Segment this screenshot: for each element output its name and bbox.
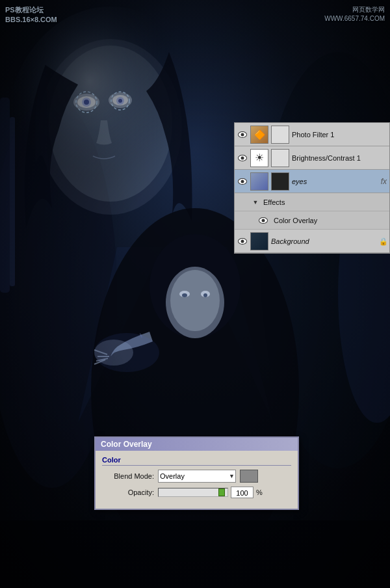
opacity-value[interactable]: 100	[231, 487, 254, 498]
sub-layer-color-overlay-label: Color Overlay	[274, 217, 317, 224]
layer-row-background[interactable]: Background 🔒	[235, 230, 389, 253]
lock-icon-background: 🔒	[379, 237, 387, 245]
layer-eye-eyes[interactable]	[237, 176, 248, 187]
layer-row-photo-filter[interactable]: 🔶 Photo Filter 1	[235, 123, 389, 146]
sub-layer-color-overlay[interactable]: Color Overlay	[235, 211, 389, 230]
dialog-title-bar: Color Overlay	[96, 438, 298, 451]
layer-row-brightness[interactable]: ☀ Brightness/Contrast 1	[235, 146, 389, 170]
layer-eye-photo-filter[interactable]	[237, 129, 248, 140]
color-swatch[interactable]	[240, 470, 258, 483]
dialog-section-color: Color	[102, 456, 291, 466]
layers-panel: 🔶 Photo Filter 1 ☀ Brightness/Contrast 1…	[234, 122, 390, 254]
layer-mask-eyes	[271, 172, 289, 191]
layer-name-background: Background	[271, 237, 376, 245]
layer-thumb-background	[250, 232, 268, 250]
color-overlay-dialog: Color Overlay Color Blend Mode: Normal D…	[94, 436, 299, 510]
blend-mode-select[interactable]: Normal Dissolve Overlay Multiply Screen	[158, 470, 236, 483]
opacity-slider-track[interactable]	[158, 488, 228, 497]
blend-mode-select-wrapper[interactable]: Normal Dissolve Overlay Multiply Screen	[158, 470, 236, 483]
blend-mode-label: Blend Mode:	[102, 472, 154, 480]
layer-thumb-photo-filter: 🔶	[250, 126, 268, 144]
layer-mask-brightness	[271, 149, 289, 167]
watermark-top-right: 网页数学网 WWW.6657.74.COM	[324, 5, 385, 23]
layer-mask-photo-filter	[271, 126, 289, 144]
dialog-title: Color Overlay	[101, 440, 152, 449]
watermark-top-left: PS教程论坛 BBS.16×8.COM	[5, 5, 57, 25]
opacity-slider-container: 100 %	[158, 487, 263, 498]
layer-eye-color-overlay[interactable]	[258, 215, 268, 226]
layer-thumb-brightness: ☀	[250, 149, 268, 167]
effects-expand-icon[interactable]: ▼	[250, 197, 261, 207]
opacity-unit: %	[256, 488, 263, 496]
layer-name-brightness: Brightness/Contrast 1	[292, 154, 387, 162]
blend-mode-row: Blend Mode: Normal Dissolve Overlay Mult…	[102, 470, 291, 483]
dialog-body: Color Blend Mode: Normal Dissolve Overla…	[96, 451, 298, 509]
opacity-slider-thumb[interactable]	[218, 488, 225, 496]
sub-layer-effects-label: Effects	[263, 198, 285, 206]
layer-name-eyes: eyes	[292, 178, 377, 185]
fx-badge-eyes: fx	[381, 177, 387, 186]
sub-layer-effects: ▼ Effects	[235, 193, 389, 211]
layer-eye-background[interactable]	[237, 236, 248, 247]
opacity-row: Opacity: 100 %	[102, 487, 291, 498]
layer-thumb-eyes	[250, 172, 268, 191]
opacity-label: Opacity:	[102, 488, 154, 496]
layer-name-photo-filter: Photo Filter 1	[292, 131, 387, 139]
layer-row-eyes[interactable]: eyes fx	[235, 170, 389, 193]
layer-eye-brightness[interactable]	[237, 153, 248, 163]
